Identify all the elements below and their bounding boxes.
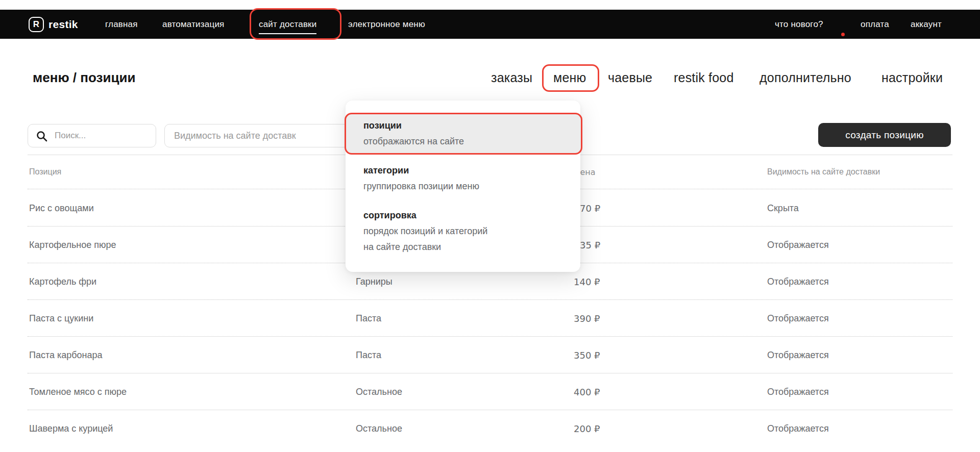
- position-category: Гарниры: [356, 276, 393, 287]
- search-box: [28, 124, 156, 147]
- position-name: Томленое мясо с пюре: [29, 386, 127, 397]
- restik-logo-icon: R: [29, 17, 44, 32]
- restik-logo-text: restik: [48, 18, 78, 31]
- restik-admin-page: R restik главная автоматизация сайт дост…: [0, 0, 980, 452]
- topnav-emenu[interactable]: электронное меню: [348, 10, 425, 39]
- tab-menu[interactable]: меню: [553, 70, 586, 85]
- menu-dropdown: позиции отображаются на сайте категории …: [346, 101, 580, 272]
- dropdown-item-title: категории: [363, 163, 479, 179]
- position-name: Картофель фри: [29, 276, 96, 287]
- position-visibility: Отображается: [767, 313, 829, 323]
- position-name: Рис с овощами: [29, 203, 94, 213]
- position-category: Остальное: [356, 423, 402, 434]
- position-visibility: Отображается: [767, 239, 829, 250]
- visibility-filter: [164, 124, 352, 147]
- table-row[interactable]: Томленое мясо с пюре Остальное 400 ₽ Ото…: [28, 373, 952, 410]
- position-price: 35 ₽: [580, 239, 600, 250]
- position-name: Паста карбонара: [29, 349, 103, 360]
- dropdown-item-subtitle: порядок позиций и категорий на сайте дос…: [363, 223, 487, 255]
- table-row[interactable]: Паста с цукини Паста 390 ₽ Отображается: [28, 300, 952, 337]
- position-price: 390 ₽: [574, 313, 600, 323]
- tab-extra[interactable]: дополнительно: [760, 70, 851, 85]
- position-name: Паста с цукини: [29, 313, 93, 323]
- position-category: Паста: [356, 313, 381, 323]
- topbar: R restik главная автоматизация сайт дост…: [0, 10, 980, 39]
- position-price: 140 ₽: [574, 276, 600, 287]
- topnav-account[interactable]: аккаунт: [911, 10, 942, 39]
- tab-tips[interactable]: чаевые: [608, 70, 652, 85]
- tab-settings[interactable]: настройки: [881, 70, 943, 85]
- topnav-whats-new[interactable]: что нового?: [775, 10, 823, 39]
- tab-orders[interactable]: заказы: [491, 70, 532, 85]
- position-price: 400 ₽: [574, 386, 600, 397]
- position-visibility: Отображается: [767, 386, 829, 397]
- topnav-delivery-site[interactable]: сайт доставки: [259, 10, 316, 39]
- dropdown-item-positions[interactable]: позиции отображаются на сайте: [345, 113, 582, 155]
- create-position-button[interactable]: создать позицию: [818, 123, 951, 147]
- position-name: Шаверма с курицей: [29, 423, 113, 434]
- topnav-main[interactable]: главная: [105, 10, 138, 39]
- table-row[interactable]: Шаверма с курицей Остальное 200 ₽ Отобра…: [28, 410, 952, 447]
- tab-restik-food[interactable]: restik food: [674, 70, 734, 85]
- dropdown-item-title: позиции: [363, 118, 581, 134]
- col-header-position: Позиция: [29, 167, 61, 177]
- breadcrumb: меню / позиции: [33, 70, 135, 86]
- topnav-delivery-site-label: сайт доставки: [259, 19, 316, 34]
- visibility-filter-input[interactable]: [165, 124, 352, 147]
- position-visibility: Отображается: [767, 349, 829, 360]
- topnav-payment[interactable]: оплата: [861, 10, 889, 39]
- position-category: Паста: [356, 349, 381, 360]
- position-name: Картофельное пюре: [29, 239, 116, 250]
- position-price: 350 ₽: [574, 349, 600, 360]
- notification-dot: [841, 33, 845, 36]
- dropdown-item-sorting[interactable]: сортировка порядок позиций и категорий н…: [363, 208, 487, 255]
- search-input[interactable]: [28, 124, 156, 147]
- position-visibility: Отображается: [767, 423, 829, 434]
- position-price: 200 ₽: [574, 423, 600, 434]
- dropdown-item-subtitle: группировка позиции меню: [363, 179, 479, 194]
- dropdown-item-title: сортировка: [363, 208, 487, 223]
- dropdown-item-categories[interactable]: категории группировка позиции меню: [363, 163, 479, 194]
- col-header-visibility: Видимость на сайте доставки: [767, 167, 880, 177]
- dropdown-item-subtitle: отображаются на сайте: [363, 134, 581, 149]
- table-row[interactable]: Паста карбонара Паста 350 ₽ Отображается: [28, 337, 952, 373]
- position-visibility: Отображается: [767, 276, 829, 287]
- position-visibility: Скрыта: [767, 203, 799, 213]
- position-price: 70 ₽: [580, 203, 600, 213]
- topnav-automation[interactable]: автоматизация: [162, 10, 225, 39]
- restik-logo[interactable]: R restik: [29, 10, 78, 39]
- position-category: Остальное: [356, 386, 402, 397]
